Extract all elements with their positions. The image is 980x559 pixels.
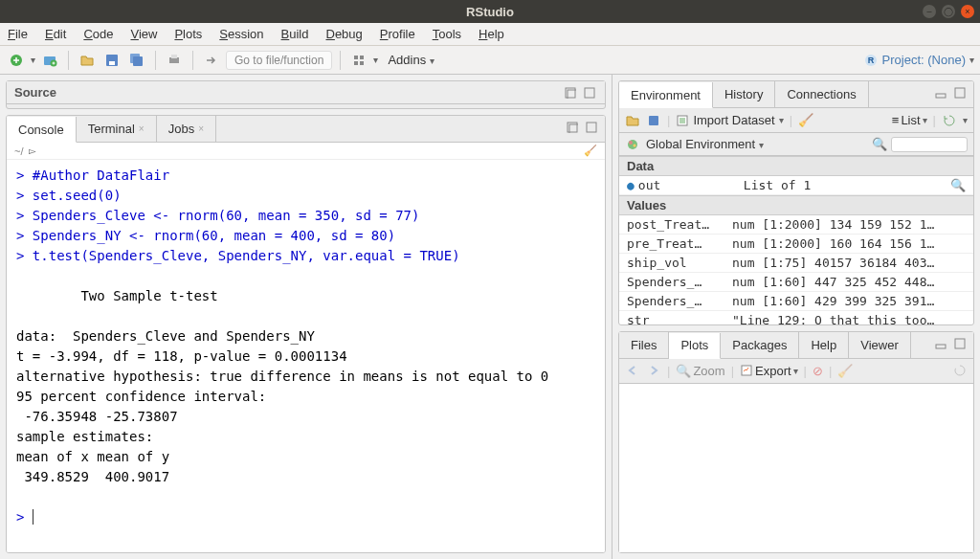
menubar: File Edit Code View Plots Session Build … (0, 23, 980, 46)
console-maximize-icon[interactable] (584, 120, 599, 135)
open-file-icon[interactable] (77, 50, 98, 71)
goto-file-input[interactable]: Go to file/function (226, 51, 332, 70)
refresh-plot-icon[interactable] (952, 363, 968, 378)
grid-dropdown[interactable]: ▾ (373, 55, 378, 65)
tab-terminal[interactable]: Terminal × (77, 116, 157, 142)
svg-rect-4 (109, 61, 115, 65)
clear-console-icon[interactable]: 🧹 (584, 145, 597, 157)
tab-files[interactable]: Files (619, 332, 669, 358)
addins-menu[interactable]: Addins ▾ (388, 53, 434, 67)
tab-connections[interactable]: Connections (775, 81, 868, 107)
console-window-icon[interactable] (565, 120, 580, 135)
new-file-dropdown[interactable]: ▾ (31, 55, 35, 65)
svg-rect-22 (955, 88, 965, 98)
export-icon (740, 364, 753, 377)
plot-canvas (619, 384, 973, 552)
tab-jobs[interactable]: Jobs × (157, 116, 216, 142)
menu-file[interactable]: File (8, 27, 28, 41)
remove-plot-icon[interactable]: ⊘ (813, 364, 823, 378)
grid-icon[interactable] (348, 50, 369, 71)
load-workspace-icon[interactable] (625, 113, 640, 128)
import-dataset-menu[interactable]: Import Dataset ▾ (676, 113, 783, 127)
goto-arrow-icon[interactable] (201, 50, 222, 71)
tab-viewer[interactable]: Viewer (849, 332, 911, 358)
zoom-button[interactable]: 🔍Zoom (676, 364, 724, 378)
menu-edit[interactable]: Edit (45, 27, 66, 41)
maximize-icon[interactable]: ◯ (942, 5, 955, 18)
console-path-bar: ~/ ▻ 🧹 (7, 143, 605, 160)
tab-packages[interactable]: Packages (721, 332, 799, 358)
svg-rect-8 (171, 55, 177, 58)
close-icon[interactable]: × (198, 123, 204, 134)
project-label: Project: (None) (882, 53, 966, 67)
env-scope-menu[interactable]: Global Environment ▾ (646, 137, 764, 151)
env-collapse-icon[interactable] (933, 85, 948, 101)
close-icon[interactable]: × (961, 5, 974, 18)
close-icon[interactable]: × (139, 123, 145, 134)
tab-console[interactable]: Console (7, 117, 77, 143)
menu-help[interactable]: Help (479, 27, 504, 41)
plots-toolbar: | 🔍Zoom | Export ▾ | ⊘ | 🧹 (619, 359, 973, 384)
path-dropdown-icon[interactable]: ▻ (29, 145, 36, 156)
new-file-icon[interactable] (6, 50, 27, 71)
clear-plots-icon[interactable]: 🧹 (837, 364, 853, 378)
minimize-icon[interactable]: – (923, 5, 936, 18)
svg-point-26 (629, 141, 633, 145)
menu-session[interactable]: Session (219, 27, 263, 41)
zoom-icon: 🔍 (676, 364, 691, 378)
save-icon[interactable] (101, 50, 122, 71)
left-column: Source Console Terminal × Jobs × ~/ (0, 75, 612, 559)
env-row[interactable]: Spenders_…num [1:60] 429 399 325 391… (619, 292, 973, 311)
new-project-icon[interactable] (39, 50, 60, 71)
svg-rect-17 (585, 88, 594, 98)
menu-debug[interactable]: Debug (326, 27, 363, 41)
source-pane: Source (6, 80, 606, 109)
tab-history[interactable]: History (713, 81, 775, 107)
workspace: Source Console Terminal × Jobs × ~/ (0, 75, 980, 559)
expand-icon[interactable]: ● (627, 178, 635, 192)
list-view-menu[interactable]: ≡ List ▾ (892, 113, 927, 127)
env-row[interactable]: str"Line 129: O that this too… (619, 311, 973, 324)
env-search[interactable]: 🔍 (872, 137, 968, 152)
env-row[interactable]: ship_volnum [1:75] 40157 36184 403… (619, 254, 973, 273)
env-maximize-icon[interactable] (952, 85, 968, 101)
svg-rect-12 (360, 61, 364, 65)
print-icon[interactable] (164, 50, 185, 71)
svg-rect-29 (955, 339, 965, 348)
tab-plots[interactable]: Plots (669, 333, 721, 359)
inspect-icon[interactable]: 🔍 (950, 178, 966, 192)
env-data-list: Data ● out List of 1 🔍 Values post_Treat… (619, 156, 973, 324)
separator (340, 51, 341, 70)
tab-help[interactable]: Help (799, 332, 849, 358)
plots-maximize-icon[interactable] (952, 336, 968, 351)
env-row[interactable]: Spenders_…num [1:60] 447 325 452 448… (619, 273, 973, 292)
menu-code[interactable]: Code (83, 27, 113, 41)
menu-view[interactable]: View (130, 27, 157, 41)
save-workspace-icon[interactable] (646, 113, 661, 128)
prev-plot-icon[interactable] (625, 363, 640, 378)
refresh-icon[interactable] (942, 113, 957, 128)
project-menu[interactable]: R Project: (None) ▾ (863, 53, 974, 68)
menu-tools[interactable]: Tools (433, 27, 461, 41)
source-collapse-icon[interactable] (582, 85, 597, 101)
menu-profile[interactable]: Profile (380, 27, 415, 41)
next-plot-icon[interactable] (646, 363, 661, 378)
env-section-data: Data (619, 156, 973, 176)
tab-environment[interactable]: Environment (619, 82, 713, 108)
plots-collapse-icon[interactable] (933, 336, 948, 351)
window-title: RStudio (466, 5, 514, 19)
source-window-icon[interactable] (563, 85, 578, 101)
env-search-input[interactable] (891, 137, 968, 152)
env-row[interactable]: post_Treat…num [1:2000] 134 159 152 1… (619, 215, 973, 235)
env-row-out[interactable]: ● out List of 1 🔍 (619, 176, 973, 195)
clear-workspace-icon[interactable]: 🧹 (798, 113, 813, 127)
svg-rect-6 (133, 56, 143, 66)
save-all-icon[interactable] (126, 50, 147, 71)
export-menu[interactable]: Export ▾ (740, 364, 798, 378)
console-output[interactable]: > #Author DataFlair > set.seed(0) > Spen… (7, 160, 605, 552)
env-row[interactable]: pre_Treat…num [1:2000] 160 164 156 1… (619, 235, 973, 254)
menu-plots[interactable]: Plots (174, 27, 202, 41)
menu-build[interactable]: Build (281, 27, 309, 41)
source-label: Source (14, 85, 56, 100)
env-scope-bar: Global Environment ▾ 🔍 (619, 133, 973, 156)
